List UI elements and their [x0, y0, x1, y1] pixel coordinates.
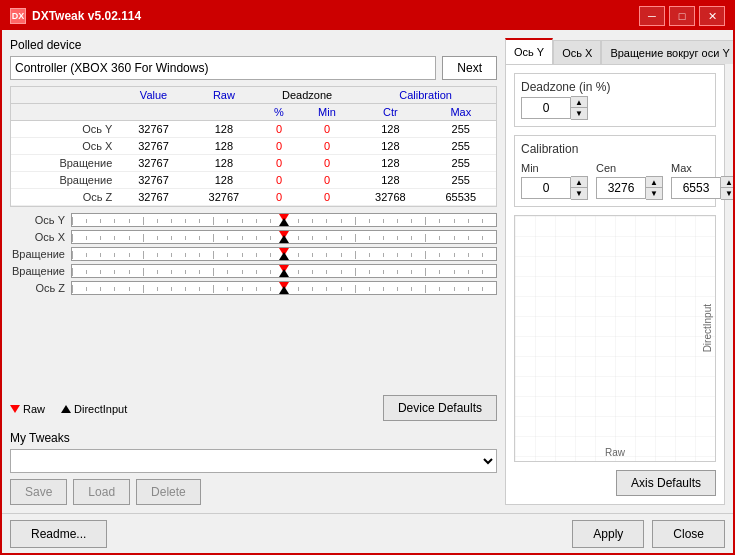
chart-x-label: Raw [605, 447, 625, 458]
cal-min-input[interactable] [521, 177, 571, 199]
tweaks-row [10, 449, 497, 473]
titlebar: DX DXTweak v5.02.114 ─ □ ✕ [2, 2, 733, 30]
cal-cen-label: Cen [596, 162, 663, 174]
legend-di-label: DirectInput [74, 403, 127, 415]
bars-section: Ось YОсь XВращениеВращениеОсь Z [10, 213, 497, 389]
col-raw: Raw [189, 87, 259, 104]
di-marker [279, 235, 289, 243]
cal-cen-field: Cen ▲ ▼ [596, 162, 663, 200]
bar-label: Ось Y [10, 214, 65, 226]
polled-device-section: Polled device Next [10, 38, 497, 80]
legend-raw-label: Raw [23, 403, 45, 415]
bar-container [71, 264, 497, 278]
delete-button[interactable]: Delete [136, 479, 201, 505]
cal-max-field: Max ▲ ▼ [671, 162, 733, 200]
minimize-button[interactable]: ─ [639, 6, 665, 26]
deadzone-decrement[interactable]: ▼ [571, 108, 587, 119]
legend-di-item: DirectInput [61, 403, 127, 415]
readme-button[interactable]: Readme... [10, 520, 107, 548]
main-content: Polled device Next Value Raw Deadzone [2, 30, 733, 513]
bar-row: Ось Z [10, 281, 497, 295]
apply-button[interactable]: Apply [572, 520, 644, 548]
save-button[interactable]: Save [10, 479, 67, 505]
device-input[interactable] [10, 56, 436, 80]
bar-row: Вращение [10, 264, 497, 278]
calibration-box: Calibration Min ▲ ▼ [514, 135, 716, 207]
tab-ось-x[interactable]: Ось X [553, 40, 601, 64]
di-marker [279, 286, 289, 294]
col-cal-max: Max [426, 104, 496, 121]
right-content: Deadzone (in %) ▲ ▼ Calibration Min [505, 65, 725, 505]
table-row: Ось X 32767 128 0 0 128 255 [11, 138, 496, 155]
tab-ось-y[interactable]: Ось Y [505, 38, 553, 64]
di-marker [279, 269, 289, 277]
bar-label: Вращение [10, 248, 65, 260]
tweaks-buttons: Save Load Delete [10, 479, 497, 505]
bar-container [71, 230, 497, 244]
tweaks-select[interactable] [10, 449, 497, 473]
tweaks-label: My Tweaks [10, 431, 497, 445]
cal-min-label: Min [521, 162, 588, 174]
directinput-icon [61, 405, 71, 413]
deadzone-box: Deadzone (in %) ▲ ▼ [514, 73, 716, 127]
calibration-label: Calibration [521, 142, 709, 156]
axis-table: Value Raw Deadzone Calibration % Min Ctr [10, 86, 497, 207]
window-controls: ─ □ ✕ [639, 6, 725, 26]
cal-cen-decrement[interactable]: ▼ [646, 188, 662, 199]
cal-max-decrement[interactable]: ▼ [721, 188, 733, 199]
cal-min-decrement[interactable]: ▼ [571, 188, 587, 199]
cal-max-input[interactable] [671, 177, 721, 199]
close-button[interactable]: Close [652, 520, 725, 548]
di-marker [279, 252, 289, 260]
close-window-button[interactable]: ✕ [699, 6, 725, 26]
calibration-row: Min ▲ ▼ Cen [521, 162, 709, 200]
col-cal-min: Min [299, 104, 355, 121]
load-button[interactable]: Load [73, 479, 130, 505]
col-calibration-group: Calibration [355, 87, 496, 104]
table-row: Ось Y 32767 128 0 0 128 255 [11, 121, 496, 138]
window-title: DXTweak v5.02.114 [32, 9, 639, 23]
bar-row: Ось Y [10, 213, 497, 227]
table-row: Вращение 32767 128 0 0 128 255 [11, 155, 496, 172]
deadzone-increment[interactable]: ▲ [571, 97, 587, 108]
cal-min-increment[interactable]: ▲ [571, 177, 587, 188]
tab-вращение[interactable]: Вращение вокруг оси Y [601, 40, 733, 64]
tabs-row: Ось Y Ось X Вращение вокруг оси Y ◄ ► [505, 38, 725, 65]
next-button[interactable]: Next [442, 56, 497, 80]
cal-cen-input[interactable] [596, 177, 646, 199]
maximize-button[interactable]: □ [669, 6, 695, 26]
bar-row: Вращение [10, 247, 497, 261]
right-panel: Ось Y Ось X Вращение вокруг оси Y ◄ ► De… [505, 38, 725, 505]
bar-container [71, 247, 497, 261]
col-deadzone-group: Deadzone [259, 87, 355, 104]
tweaks-section: My Tweaks Save Load Delete [10, 431, 497, 505]
bar-label: Ось X [10, 231, 65, 243]
legend: Raw DirectInput [10, 403, 127, 415]
raw-icon [10, 405, 20, 413]
deadzone-input[interactable] [521, 97, 571, 119]
cal-max-label: Max [671, 162, 733, 174]
cal-cen-increment[interactable]: ▲ [646, 177, 662, 188]
col-value: Value [118, 87, 188, 104]
deadzone-spinner: ▲ ▼ [521, 96, 709, 120]
cal-max-increment[interactable]: ▲ [721, 177, 733, 188]
polled-device-label: Polled device [10, 38, 497, 52]
bar-container [71, 213, 497, 227]
bar-label: Ось Z [10, 282, 65, 294]
deadzone-label: Deadzone (in %) [521, 80, 709, 94]
legend-raw-item: Raw [10, 403, 45, 415]
legend-row: Raw DirectInput Device Defaults [10, 395, 497, 421]
app-icon: DX [10, 8, 26, 24]
device-defaults-button[interactable]: Device Defaults [383, 395, 497, 421]
chart-area: DirectInput Raw [514, 215, 716, 462]
bar-label: Вращение [10, 265, 65, 277]
table-row: Ось Z 32767 32767 0 0 32768 65535 [11, 189, 496, 206]
table-row: Вращение 32767 128 0 0 128 255 [11, 172, 496, 189]
bar-container [71, 281, 497, 295]
left-panel: Polled device Next Value Raw Deadzone [10, 38, 497, 505]
di-marker [279, 218, 289, 226]
device-row: Next [10, 56, 497, 80]
main-window: DX DXTweak v5.02.114 ─ □ ✕ Polled device… [0, 0, 735, 555]
axis-defaults-button[interactable]: Axis Defaults [616, 470, 716, 496]
col-cal-ctr: Ctr [355, 104, 425, 121]
